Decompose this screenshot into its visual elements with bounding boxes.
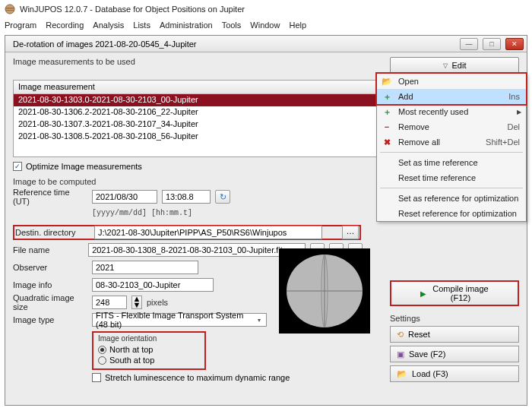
stretch-label: Stretch luminescence to maximum dynamic … — [105, 373, 290, 382]
edit-button[interactable]: ▽ Edit — [390, 57, 519, 74]
chevron-down-icon: ▽ — [443, 62, 448, 69]
preview-image — [279, 248, 370, 334]
quadratic-size-input[interactable] — [92, 296, 127, 309]
menu-reset-optimization-reference[interactable]: Reset reference for optimization — [377, 206, 526, 221]
menu-help[interactable]: Help — [289, 21, 306, 30]
play-icon: ▶ — [420, 289, 426, 298]
quadratic-size-label: Quadratic image size — [13, 293, 87, 311]
disk-icon: ▣ — [397, 349, 404, 359]
maximize-button[interactable]: □ — [483, 38, 501, 50]
image-info-input[interactable] — [92, 278, 214, 292]
menu-separator — [380, 152, 523, 153]
compute-section-label: Image to be computed — [13, 177, 96, 186]
reference-date-input[interactable] — [92, 190, 157, 204]
subwindow-title: De-rotation of images 2021-08-20-0545_4-… — [13, 40, 197, 49]
stretch-checkbox[interactable]: ✓ — [92, 373, 101, 382]
compile-key: (F12) — [451, 293, 470, 302]
menu-reset-time-reference[interactable]: Reset time reference — [377, 170, 526, 185]
remove-all-icon: ✖ — [381, 138, 393, 147]
save-button[interactable]: ▣ Save (F2) — [390, 346, 519, 362]
optimize-label: Optimize Image measurements — [26, 162, 142, 171]
image-info-label: Image info — [13, 280, 87, 289]
menu-window[interactable]: Window — [250, 21, 280, 30]
menu-program[interactable]: Program — [5, 21, 36, 30]
menu-set-optimization-reference[interactable]: Set as reference for optimization — [377, 191, 526, 206]
app-title: WinJUPOS 12.0.7 - Database for Object Po… — [20, 5, 245, 14]
chevron-down-icon: ▾ — [255, 317, 263, 324]
menu-separator — [380, 188, 523, 188]
reset-button[interactable]: ⟲ Reset — [390, 326, 519, 343]
folder-icon: 📂 — [397, 369, 407, 379]
orientation-title: Image orientation — [98, 334, 200, 343]
menu-open[interactable]: 📂 Open — [377, 74, 526, 89]
menu-administration[interactable]: Administration — [160, 21, 213, 30]
close-button[interactable]: ✕ — [505, 38, 524, 50]
filename-label: File name — [13, 245, 84, 255]
observer-label: Observer — [13, 263, 87, 272]
edit-button-label: Edit — [452, 61, 467, 70]
menu-remove-all[interactable]: ✖ Remove all Shift+Del — [377, 134, 526, 150]
observer-input[interactable] — [92, 261, 198, 274]
radio-icon — [98, 346, 106, 354]
time-hint: [hh:mm.t] — [151, 209, 192, 217]
date-hint: [yyyy/mm/dd] — [92, 209, 147, 217]
menu-recording[interactable]: Recording — [46, 21, 84, 30]
settings-label: Settings — [390, 314, 519, 323]
destination-label: Destin. directory — [15, 228, 90, 237]
menu-most-recently-used[interactable]: ＋ Most recently used — [377, 104, 526, 119]
compile-image-button[interactable]: ▶ Compile image (F12) — [390, 280, 519, 306]
browse-button[interactable]: … — [342, 226, 359, 239]
minus-icon: − — [381, 122, 393, 131]
destination-input[interactable] — [94, 226, 322, 239]
reset-icon: ⟲ — [397, 330, 404, 340]
image-type-value: FITS - Flexible Image Transport System (… — [96, 311, 255, 329]
filename-input[interactable] — [88, 243, 306, 257]
svg-rect-1 — [5, 8, 14, 9]
orientation-group: Image orientation North at top South at … — [92, 331, 206, 370]
reference-time-label: Reference time (UT) — [13, 188, 87, 206]
pixels-label: pixels — [147, 298, 168, 307]
app-title-bar: WinJUPOS 12.0.7 - Database for Object Po… — [0, 0, 532, 18]
orientation-south-radio[interactable]: South at top — [98, 355, 200, 365]
menu-remove[interactable]: − Remove Del — [377, 119, 526, 134]
load-button[interactable]: 📂 Load (F3) — [390, 365, 519, 382]
compile-label: Compile image — [432, 284, 488, 293]
edit-context-menu: 📂 Open ＋ Add Ins ＋ Most recently used − … — [376, 73, 527, 222]
refresh-icon: ↻ — [220, 192, 226, 202]
menu-set-time-reference[interactable]: Set as time reference — [377, 155, 526, 170]
quadratic-size-spinner[interactable]: ▲▼ — [131, 296, 142, 309]
menu-add[interactable]: ＋ Add Ins — [377, 89, 526, 104]
app-icon — [5, 4, 15, 14]
reference-time-input[interactable] — [162, 190, 211, 204]
plus-icon: ＋ — [381, 106, 393, 118]
minimize-button[interactable]: — — [460, 38, 478, 50]
orientation-north-radio[interactable]: North at top — [98, 344, 200, 355]
menu-lists[interactable]: Lists — [133, 21, 150, 30]
radio-icon — [98, 356, 106, 365]
svg-point-0 — [5, 5, 14, 14]
image-type-label: Image type — [13, 315, 87, 324]
menu-tools[interactable]: Tools — [222, 21, 242, 30]
folder-open-icon: 📂 — [381, 77, 393, 87]
main-menu-bar: Program Recording Analysis Lists Adminis… — [0, 18, 532, 32]
menu-analysis[interactable]: Analysis — [93, 21, 124, 30]
svg-rect-2 — [5, 10, 14, 11]
image-type-combo[interactable]: FITS - Flexible Image Transport System (… — [92, 313, 267, 327]
optimize-checkbox-row[interactable]: ✓ Optimize Image measurements — [13, 162, 142, 171]
plus-icon: ＋ — [381, 91, 393, 103]
refresh-time-button[interactable]: ↻ — [215, 190, 230, 204]
subwindow-title-bar: De-rotation of images 2021-08-20-0545_4-… — [5, 36, 527, 52]
optimize-checkbox[interactable]: ✓ — [13, 162, 22, 171]
